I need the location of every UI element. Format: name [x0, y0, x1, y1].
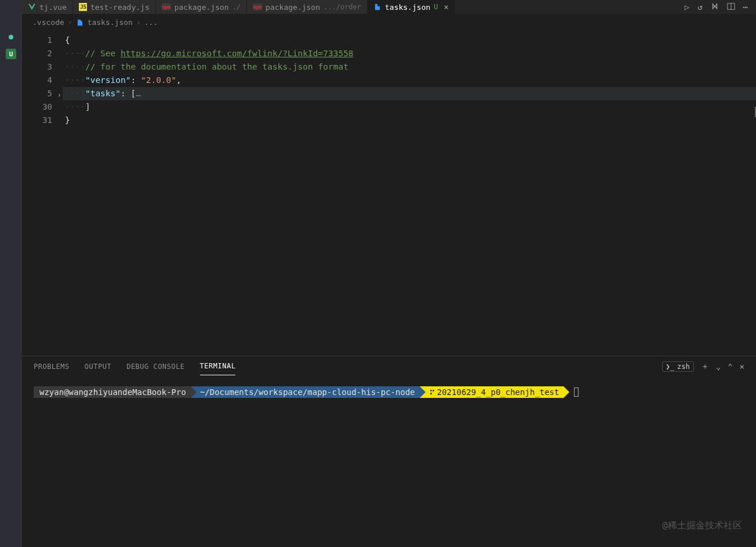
- prompt-branch: 20210629_4_p0_chenjh_test: [420, 386, 564, 398]
- activity-bar: U: [0, 0, 22, 547]
- close-panel-icon[interactable]: ×: [740, 362, 744, 371]
- tab-tasks-json[interactable]: tasks.json U ×: [368, 0, 455, 14]
- chevron-right-icon: ›: [136, 18, 141, 27]
- bottom-panel: PROBLEMS OUTPUT DEBUG CONSOLE TERMINAL ❯…: [22, 356, 756, 547]
- tab-label: package.json: [266, 3, 320, 12]
- shell-name: zsh: [677, 363, 690, 371]
- terminal-view[interactable]: wzyan@wangzhiyuandeMacBook-Pro ~/Documen…: [22, 376, 756, 547]
- json-icon: [373, 3, 381, 11]
- more-actions-icon[interactable]: ⋯: [743, 2, 748, 12]
- tab-label: test-ready.js: [90, 3, 150, 12]
- shell-selector[interactable]: ❯_ zsh: [662, 361, 694, 372]
- new-terminal-icon[interactable]: ＋: [701, 361, 709, 372]
- code-line-current[interactable]: ····"tasks": […: [63, 87, 756, 100]
- line-number: 1: [22, 34, 52, 47]
- editor[interactable]: 1 2 3 4 5› 30 31 { ····// See https://go…: [22, 31, 756, 356]
- code-line[interactable]: ····// for the documentation about the t…: [63, 60, 756, 74]
- tab-label: tasks.json: [385, 3, 430, 12]
- panel-tab-output[interactable]: OUTPUT: [85, 358, 111, 375]
- json-icon: [76, 19, 84, 27]
- tab-tj-vue[interactable]: tj.vue: [22, 0, 73, 14]
- main-area: tj.vue JS test-ready.js npm package.json…: [22, 0, 756, 547]
- tab-package-root[interactable]: npm package.json ./: [156, 0, 247, 14]
- code-line[interactable]: ····]: [63, 100, 756, 114]
- line-number: 5›: [22, 87, 52, 100]
- status-dot-icon: [9, 35, 13, 39]
- history-icon[interactable]: ↺: [697, 2, 702, 12]
- terminal-shell-icon: ❯_: [666, 363, 674, 371]
- compare-icon[interactable]: [711, 2, 719, 12]
- tab-package-order[interactable]: npm package.json .../order: [247, 0, 368, 14]
- line-gutter: 1 2 3 4 5› 30 31: [22, 31, 63, 356]
- fold-chevron-icon[interactable]: ›: [57, 89, 61, 102]
- panel-actions: ❯_ zsh ＋ ⌄ ⌃ ×: [662, 361, 744, 372]
- code-line[interactable]: }: [63, 114, 756, 127]
- chevron-down-icon[interactable]: ⌄: [716, 362, 721, 371]
- tab-label: package.json: [175, 3, 229, 12]
- editor-tab-bar: tj.vue JS test-ready.js npm package.json…: [22, 0, 756, 14]
- code-line[interactable]: ····// See https://go.microsoft.com/fwli…: [63, 47, 756, 60]
- tab-status: U: [434, 3, 438, 11]
- line-number: 4: [22, 74, 52, 87]
- breadcrumb-trail[interactable]: ...: [144, 18, 158, 27]
- chevron-right-icon: ›: [68, 18, 72, 27]
- prompt-path: ~/Documents/workspace/mapp-cloud-his-pc-…: [191, 386, 420, 398]
- js-icon: JS: [79, 3, 87, 11]
- panel-tab-problems[interactable]: PROBLEMS: [34, 358, 70, 375]
- line-number: 3: [22, 60, 52, 74]
- code-area[interactable]: { ····// See https://go.microsoft.com/fw…: [63, 31, 756, 356]
- line-number: 30: [22, 100, 52, 114]
- panel-tab-debug-console[interactable]: DEBUG CONSOLE: [126, 358, 184, 375]
- tab-path: ./: [232, 3, 241, 11]
- close-icon[interactable]: ×: [444, 2, 449, 12]
- breadcrumb-folder[interactable]: .vscode: [32, 18, 64, 27]
- code-line[interactable]: ····"version": "2.0.0",: [63, 74, 756, 87]
- vue-icon: [28, 3, 36, 11]
- terminal-prompt[interactable]: wzyan@wangzhiyuandeMacBook-Pro ~/Documen…: [34, 386, 744, 399]
- panel-tab-bar: PROBLEMS OUTPUT DEBUG CONSOLE TERMINAL ❯…: [22, 356, 756, 376]
- breadcrumb-file[interactable]: tasks.json: [88, 18, 133, 27]
- tab-actions: ▷ ↺ ⋯: [685, 0, 756, 14]
- tab-test-ready[interactable]: JS test-ready.js: [73, 0, 156, 14]
- run-icon[interactable]: ▷: [685, 2, 689, 12]
- git-status-badge[interactable]: U: [6, 49, 16, 59]
- code-line[interactable]: {: [63, 34, 756, 47]
- tab-label: tj.vue: [39, 3, 67, 12]
- tab-path: .../order: [324, 3, 361, 11]
- prompt-user: wzyan@wangzhiyuandeMacBook-Pro: [34, 386, 191, 398]
- line-number: 2: [22, 47, 52, 60]
- chevron-up-icon[interactable]: ⌃: [728, 362, 732, 371]
- panel-tab-terminal[interactable]: TERMINAL: [200, 357, 236, 375]
- npm-icon: npm: [253, 3, 262, 10]
- breadcrumb[interactable]: .vscode › tasks.json › ...: [22, 14, 756, 31]
- terminal-cursor: [574, 387, 579, 397]
- npm-icon: npm: [162, 3, 171, 10]
- line-number: 31: [22, 114, 52, 127]
- split-editor-icon[interactable]: [727, 2, 735, 12]
